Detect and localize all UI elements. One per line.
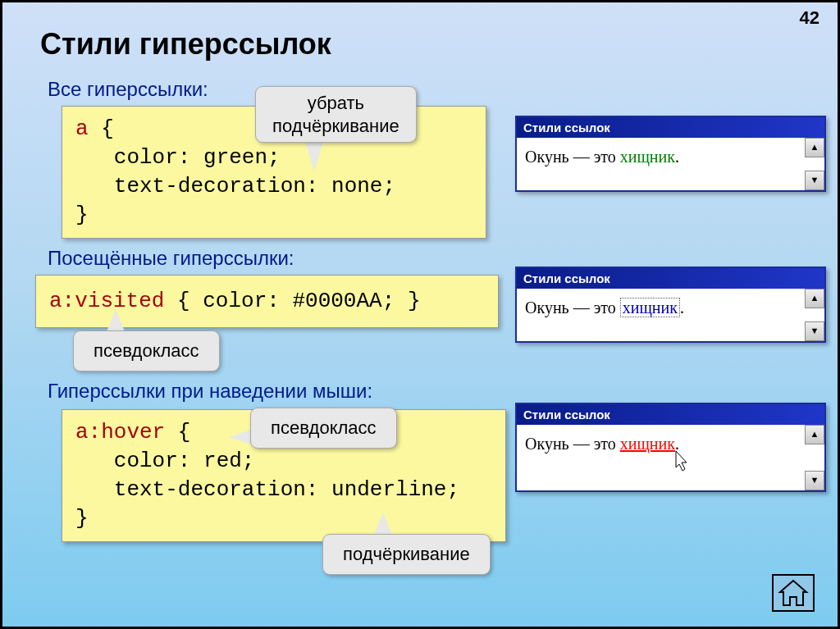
browser-preview-hover: Стили ссылок ▲ ▼ Окунь — это хищник. — [515, 403, 826, 492]
callout-pseudoclass-1: псевдокласс — [73, 330, 220, 371]
link-hover: хищник — [620, 435, 675, 453]
page-number: 42 — [800, 7, 819, 29]
scroll-up-icon[interactable]: ▲ — [805, 289, 824, 308]
code-block-visited: a:visited { color: #0000AA; } — [35, 275, 499, 328]
cursor-icon — [674, 451, 691, 472]
scroll-down-icon[interactable]: ▼ — [805, 171, 824, 190]
browser-preview-green: Стили ссылок ▲ ▼ Окунь — это хищник. — [515, 116, 826, 192]
callout-pseudoclass-2: псевдокласс — [250, 408, 397, 449]
link-green: хищник — [620, 148, 675, 166]
callout-no-underline: убратьподчёркивание — [255, 86, 417, 143]
scroll-up-icon[interactable]: ▲ — [805, 138, 824, 157]
scroll-down-icon[interactable]: ▼ — [805, 471, 824, 490]
home-button[interactable] — [772, 574, 815, 612]
section-visited-links: Посещённые гиперссылки: — [48, 247, 294, 270]
scroll-down-icon[interactable]: ▼ — [805, 321, 824, 341]
browser-preview-visited: Стили ссылок ▲ ▼ Окунь — это хищник. — [515, 267, 826, 343]
scroll-up-icon[interactable]: ▲ — [805, 425, 824, 444]
browser-titlebar: Стили ссылок — [517, 404, 824, 425]
browser-titlebar: Стили ссылок — [517, 117, 824, 138]
link-visited: хищник — [620, 298, 680, 317]
section-hover-links: Гиперссылки при наведении мыши: — [48, 380, 372, 403]
page-title: Стили гиперссылок — [40, 27, 331, 62]
section-all-links: Все гиперссылки: — [48, 78, 208, 101]
browser-titlebar: Стили ссылок — [517, 268, 824, 289]
callout-underline: подчёркивание — [322, 534, 491, 575]
